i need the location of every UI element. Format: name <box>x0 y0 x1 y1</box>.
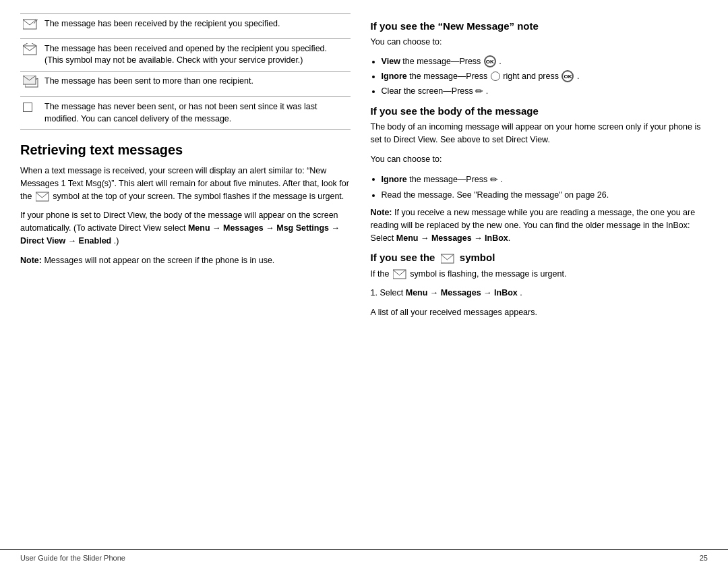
list-item-ignore: Ignore the message—Press right and press… <box>382 70 708 83</box>
pencil-icon: ✏ <box>475 86 483 96</box>
body-message-title: If you see the body of the message <box>371 105 708 117</box>
list-item-read: Read the message. See "Reading the messa… <box>382 189 708 202</box>
new-message-list: View the message—Press OK . Ignore the m… <box>382 55 708 99</box>
retrieving-para2: If your phone is set to Direct View, the… <box>20 209 351 247</box>
retrieving-note: Note: Messages will not appear on the sc… <box>20 254 351 267</box>
table-cell-sent-opened: The message has been received and opened… <box>42 38 351 71</box>
table-cell-multi: The message has been sent to more than o… <box>42 71 351 97</box>
symbol-step2: A list of all your received messages app… <box>371 306 708 319</box>
ok-icon-2: OK <box>562 70 574 82</box>
svg-line-4 <box>30 43 36 46</box>
pencil-icon-2: ✏ <box>490 174 498 185</box>
body-message-intro: You can choose to: <box>371 153 708 166</box>
page: The message has been received by the rec… <box>0 0 728 566</box>
new-message-title: If you see the “New Message” note <box>371 20 708 32</box>
ok-icon: OK <box>484 55 496 67</box>
list-item-ignore2: Ignore the message—Press ✏ . <box>382 173 708 187</box>
footer: User Guide for the Slider Phone 25 <box>0 549 728 566</box>
unsent-icon <box>23 103 32 112</box>
retrieving-para1: When a text message is received, your sc… <box>20 165 351 202</box>
content-area: The message has been received by the rec… <box>0 0 728 549</box>
multi-recipient-icon <box>23 76 39 89</box>
svg-line-3 <box>23 43 30 46</box>
list-item-view: View the message—Press OK . <box>382 55 708 68</box>
envelope-symbol-3 <box>393 268 406 279</box>
body-message-list: Ignore the message—Press ✏ . Read the me… <box>382 173 708 202</box>
table-row: The message has been received and opened… <box>20 38 351 71</box>
symbol-para1: If the symbol is flashing, the message i… <box>371 268 708 281</box>
symbol-title: If you see the symbol <box>371 252 708 264</box>
left-column: The message has been received by the rec… <box>20 13 351 542</box>
table-row: The message has never been sent, or has … <box>20 97 351 130</box>
symbol-step1: 1. Select Menu → Messages → InBox . <box>371 287 708 300</box>
table-cell-unsent: The message has never been sent, or has … <box>42 97 351 130</box>
nav-circle-icon <box>491 72 500 81</box>
sent-received-icon <box>23 18 38 30</box>
icon-cell-unsent <box>20 97 42 130</box>
icon-cell-sent-opened <box>20 38 42 71</box>
table-cell-sent-received: The message has been received by the rec… <box>42 14 351 39</box>
body-message-note: Note: If you receive a new message while… <box>371 206 708 244</box>
envelope-symbol-2 <box>441 253 454 264</box>
envelope-symbol <box>36 191 49 202</box>
table-row: The message has been sent to more than o… <box>20 71 351 97</box>
retrieving-title: Retrieving text messages <box>20 142 351 158</box>
new-message-intro: You can choose to: <box>371 36 708 49</box>
footer-right: 25 <box>700 554 708 562</box>
sent-opened-icon <box>23 43 38 55</box>
body-message-para1: The body of an incoming message will app… <box>371 121 708 146</box>
table-row: The message has been received by the rec… <box>20 14 351 39</box>
icon-table: The message has been received by the rec… <box>20 13 351 130</box>
right-column: If you see the “New Message” note You ca… <box>371 13 708 542</box>
icon-cell-multi <box>20 71 42 97</box>
icon-cell-sent-received <box>20 14 42 39</box>
footer-left: User Guide for the Slider Phone <box>20 554 125 562</box>
list-item-clear: Clear the screen—Press ✏ . <box>382 84 708 98</box>
